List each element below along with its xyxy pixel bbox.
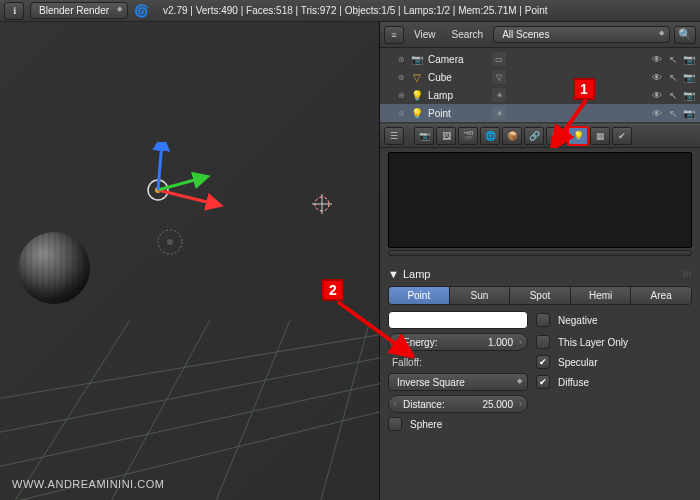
negative-label[interactable]: Negative [558,315,597,326]
tab-lamp-data[interactable]: 💡 [568,127,588,145]
falloff-dropdown[interactable]: Inverse Square [388,373,528,391]
panel-grip-icon[interactable]: ፧፧፧ [683,269,692,280]
preview-scroll[interactable] [388,250,692,256]
lamp-type-sun[interactable]: Sun [450,287,511,304]
outliner-tree[interactable]: ⊕ 📷 Camera ▭ 👁 ↖ 📷 ⊕ ▽ Cube ▽ 👁 ↖ 📷 [380,48,700,124]
datablock-icon: ☀ [492,106,506,120]
camera-icon: 📷 [410,52,424,66]
outliner-item-cube[interactable]: ⊕ ▽ Cube ▽ 👁 ↖ 📷 [380,68,700,86]
info-editor-icon[interactable]: ℹ [4,2,24,20]
tab-object[interactable]: 📦 [502,127,522,145]
mesh-sphere [18,232,90,304]
cursor-icon[interactable]: ↖ [666,52,680,66]
cursor-icon[interactable]: ↖ [666,70,680,84]
energy-label: Energy: [403,337,437,348]
outliner-view-menu[interactable]: View [408,29,442,40]
svg-line-12 [158,142,162,190]
expand-icon[interactable]: ⊕ [396,73,406,82]
specular-checkbox[interactable] [536,355,550,369]
thislayer-checkbox[interactable] [536,335,550,349]
outliner-editor-icon[interactable]: ≡ [384,26,404,44]
search-icon[interactable]: 🔍 [674,26,696,44]
negative-checkbox[interactable] [536,313,550,327]
render-icon[interactable]: 📷 [682,106,696,120]
lamp-type-tabs: Point Sun Spot Hemi Area [388,286,692,305]
datablock-icon: ☀ [492,88,506,102]
render-icon[interactable]: 📷 [682,52,696,66]
lamp-type-hemi[interactable]: Hemi [571,287,632,304]
expand-icon[interactable]: ⊕ [396,55,406,64]
lamp-icon: 💡 [410,106,424,120]
watermark-text: WWW.ANDREAMININI.COM [12,478,164,490]
lamp-type-point[interactable]: Point [389,287,450,304]
scene-stats: v2.79 | Verts:490 | Faces:518 | Tris:972… [163,5,547,16]
svg-line-7 [310,320,370,500]
3d-viewport[interactable]: WWW.ANDREAMININI.COM [0,22,380,500]
diffuse-checkbox[interactable] [536,375,550,389]
tab-texture[interactable]: ▦ [590,127,610,145]
expand-icon[interactable]: ⊕ [396,109,406,118]
svg-point-18 [167,239,173,245]
tab-world[interactable]: 🌐 [480,127,500,145]
lamp-outline-icon [150,222,190,262]
tab-constraints[interactable]: 🔗 [524,127,544,145]
lamp-icon: 💡 [410,88,424,102]
thislayer-label[interactable]: This Layer Only [558,337,628,348]
tab-physics[interactable]: ✔ [612,127,632,145]
outliner-item-camera[interactable]: ⊕ 📷 Camera ▭ 👁 ↖ 📷 [380,50,700,68]
lamp-preview [388,152,692,248]
svg-line-0 [0,350,380,440]
cursor-icon[interactable]: ↖ [666,106,680,120]
sphere-checkbox[interactable] [388,417,402,431]
outliner-item-point[interactable]: ⊕ 💡 Point ☀ 👁 ↖ 📷 [380,104,700,122]
svg-line-6 [200,320,290,500]
sphere-label[interactable]: Sphere [410,419,442,430]
specular-label[interactable]: Specular [558,357,597,368]
outliner-item-label: Cube [428,72,488,83]
callout-1: 1 [573,78,595,100]
render-icon[interactable]: 📷 [682,70,696,84]
cursor-icon[interactable]: ↖ [666,88,680,102]
svg-line-1 [0,375,380,475]
eye-icon[interactable]: 👁 [650,52,664,66]
distance-value: 25.000 [482,399,513,410]
panel-title: Lamp [403,268,431,280]
svg-line-3 [0,328,380,405]
datablock-icon: ▭ [492,52,506,66]
lamp-panel-header[interactable]: ▼ Lamp ፧፧፧ [386,264,694,284]
render-icon[interactable]: 📷 [682,88,696,102]
tab-modifiers[interactable]: 🔧 [546,127,566,145]
energy-value: 1.000 [488,337,513,348]
eye-icon[interactable]: 👁 [650,88,664,102]
blender-logo-icon: 🌀 [134,4,149,18]
lamp-type-spot[interactable]: Spot [510,287,571,304]
distance-field[interactable]: Distance: 25.000 [388,395,528,413]
outliner-item-label: Point [428,108,488,119]
tab-render-layers[interactable]: 🖼 [436,127,456,145]
diffuse-label[interactable]: Diffuse [558,377,589,388]
tab-scene[interactable]: 🎬 [458,127,478,145]
render-engine-dropdown[interactable]: Blender Render [30,2,128,19]
chevron-down-icon: ▼ [388,268,399,280]
lamp-type-area[interactable]: Area [631,287,691,304]
outliner-item-lamp[interactable]: ⊕ 💡 Lamp ☀ 👁 ↖ 📷 [380,86,700,104]
outliner-item-label: Camera [428,54,488,65]
eye-icon[interactable]: 👁 [650,70,664,84]
falloff-label: Falloff: [388,357,528,368]
expand-icon[interactable]: ⊕ [396,91,406,100]
outliner-mode-dropdown[interactable]: All Scenes [493,26,670,43]
lamp-color-field[interactable] [388,311,528,329]
eye-icon[interactable]: 👁 [650,106,664,120]
svg-line-11 [158,178,202,190]
outliner-search-menu[interactable]: Search [446,29,490,40]
svg-line-10 [158,190,215,204]
mesh-icon: ▽ [410,70,424,84]
callout-2: 2 [322,279,344,301]
tab-render[interactable]: 📷 [414,127,434,145]
distance-label: Distance: [403,399,445,410]
3d-cursor-icon [310,192,334,216]
svg-line-5 [90,320,210,500]
energy-field[interactable]: Energy: 1.000 [388,333,528,351]
datablock-icon: ▽ [492,70,506,84]
properties-editor-icon[interactable]: ☰ [384,127,404,145]
